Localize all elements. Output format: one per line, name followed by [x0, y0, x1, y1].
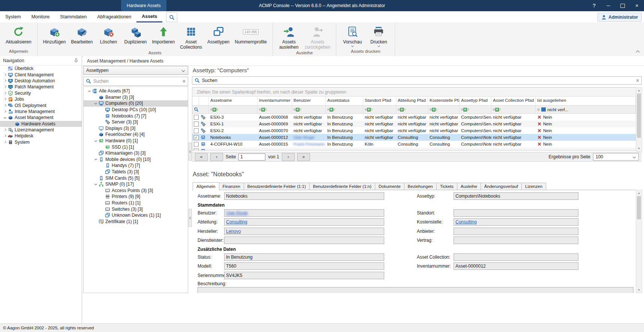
table-row-esxi-2[interactable]: ESXi-2Asset-0000070nicht verfügbarIn Ben… — [192, 127, 636, 134]
assettype-item-beamer[interactable]: Beamer (3) [3] — [84, 94, 188, 101]
pin-icon[interactable] — [73, 58, 79, 63]
field-anbieter[interactable] — [454, 228, 578, 235]
chevron-right-icon[interactable] — [3, 85, 7, 89]
column-header-assettyp-pfad[interactable]: Assettyp Pfad — [460, 97, 491, 105]
menu-item-assets[interactable]: Assets — [136, 11, 162, 22]
detail-scrollbar[interactable]: ▲ ▼ — [636, 190, 642, 293]
scroll-thumb[interactable] — [637, 94, 641, 138]
table-row-esxi-3[interactable]: ESXi-3Asset-0000068nicht verfügbarIn Ben… — [192, 114, 636, 121]
sidebar-item-security[interactable]: Security — [0, 90, 82, 96]
ribbon-button-vorschau[interactable]: Vorschau — [339, 24, 365, 48]
assettype-item-feuerlöscher[interactable]: Feuerlöscher (4) [4] — [84, 131, 188, 138]
assettype-item-tablets[interactable]: Tablets (3) [3] — [84, 169, 188, 175]
ribbon-button-assettypen[interactable]: Assettypen — [205, 24, 232, 45]
ribbon-button-duplizieren[interactable]: Duplizieren — [121, 24, 149, 45]
field-status[interactable]: In Benutzung — [224, 253, 384, 261]
minimize-button[interactable] — [601, 0, 616, 11]
field-standort[interactable] — [454, 209, 578, 217]
assettype-item-handys[interactable]: Handys (7) [7] — [84, 162, 188, 169]
table-search-input[interactable]: Suchen × — [192, 76, 642, 85]
menu-item-abfrageaktionen[interactable]: Abfrageaktionen — [92, 11, 136, 22]
ribbon-button-bearbeiten[interactable]: Bearbeiten — [68, 24, 95, 45]
table-scrollbar[interactable]: ▲ ▼ — [636, 87, 642, 152]
sidebar-item-hardware-assets[interactable]: Hardware Assets — [0, 121, 82, 127]
prev-page-button[interactable]: ‹ — [210, 153, 223, 161]
row-checkbox[interactable] — [194, 122, 199, 127]
filter-cell-assetname[interactable]: aBc — [209, 106, 258, 113]
ribbon-button-assets-ausleihen[interactable]: Assets ausleihen — [276, 24, 302, 51]
assettype-item-displays[interactable]: Displays (3) [3] — [84, 125, 188, 132]
sidebar-item-desktop-automation[interactable]: Desktop Automation — [0, 78, 82, 84]
column-header-standort-pfad[interactable]: Standort Pfad — [363, 97, 396, 105]
ribbon-button-drucken[interactable]: Drucken — [365, 24, 392, 48]
table-row-4-coffuh-w10[interactable]: 4-COFFUH-W10Asset-0000015Frank FinnmannI… — [192, 141, 636, 147]
chevron-right-icon[interactable] — [3, 97, 7, 101]
sidebar-item-überblick[interactable]: Überblick — [0, 66, 82, 71]
ribbon-button-nummernprofile[interactable]: 123 456Nummernprofile — [232, 24, 269, 45]
field-assettyp[interactable]: Computers\Notebooks — [454, 192, 578, 200]
scroll-down-icon[interactable]: ▼ — [636, 287, 642, 293]
chevron-down-icon[interactable] — [94, 157, 98, 161]
chevron-right-icon[interactable] — [3, 109, 7, 113]
assettype-item-desktop-pcs[interactable]: Desktop PCs (10) [10] — [84, 107, 188, 113]
chevron-right-icon[interactable] — [3, 140, 7, 144]
filter-cell-asset-collection-pfad[interactable]: aBc — [491, 106, 536, 113]
filter-cell-standort-pfad[interactable]: aBc — [363, 106, 396, 113]
assettype-item-klimaanlagen[interactable]: Klimaanlagen (3) [3] — [84, 150, 188, 156]
table-row-notebooks[interactable]: ✓NotebooksAsset-0000012Uwe KlugeIn Benut… — [192, 134, 636, 141]
help-button[interactable]: ? — [587, 0, 601, 11]
chevron-down-icon[interactable] — [87, 89, 91, 93]
column-header-inventarnummer[interactable]: Inventarnummer — [258, 97, 292, 105]
sidebar-item-lizenzmanagement[interactable]: Lizenzmanagement — [0, 127, 82, 133]
chevron-right-icon[interactable] — [3, 128, 7, 132]
assettype-item-snmp[interactable]: SNMP (0) [17] — [84, 181, 188, 188]
ribbon-collapse-chevron-icon[interactable] — [636, 50, 640, 54]
column-header-asset-collection-pfad[interactable]: Asset Collection Pfad — [491, 97, 536, 105]
ribbon-button-hinzufügen[interactable]: Hinzufügen — [40, 24, 69, 45]
field-modell[interactable]: T560 — [224, 262, 384, 270]
assettype-item-server[interactable]: Server (3) [3] — [84, 119, 188, 125]
field-benutzer[interactable]: Uwe Kluge — [224, 209, 384, 217]
per-page-select[interactable]: 100 — [593, 153, 639, 161]
assettypen-dropdown[interactable]: Assettypen — [83, 66, 188, 75]
scroll-up-icon[interactable]: ▲ — [636, 190, 642, 196]
field-hersteller[interactable]: Lenovo — [224, 228, 384, 235]
user-chip[interactable]: Administrator — [598, 13, 642, 22]
column-header-benutzer[interactable]: Benutzer — [292, 97, 326, 105]
tab-lizenzen[interactable]: Lizenzen — [522, 183, 546, 190]
sidebar-item-system[interactable]: System — [0, 139, 82, 145]
tab-änderungsverlauf[interactable]: Änderungsverlauf — [481, 183, 522, 190]
column-header-abteilung-pfad[interactable]: Abteilung Pfad — [396, 97, 428, 105]
menu-item-monitore[interactable]: Monitore — [26, 11, 55, 22]
row-checkbox[interactable]: ✓ — [194, 135, 199, 140]
clear-search-icon[interactable]: × — [183, 78, 186, 84]
titlebar-tab-hardware-assets[interactable]: Hardware Assets — [121, 0, 166, 11]
row-checkbox[interactable] — [194, 128, 199, 133]
field-assetname[interactable]: Notebooks — [224, 192, 384, 200]
filter-cell-kostenstelle-pfad[interactable]: aBc — [428, 106, 460, 113]
column-header-kostenstelle-pfad[interactable]: Kostenstelle Pfad — [428, 97, 460, 105]
panel-splitter[interactable] — [188, 66, 192, 293]
filter-cell-benutzer[interactable]: aBc — [292, 106, 326, 113]
tab-benutzerdefinierte-felder-1-1[interactable]: Benutzerdefinierte Felder (1:1) — [244, 183, 310, 190]
scroll-down-icon[interactable]: ▼ — [636, 146, 642, 151]
menu-item-system[interactable]: System — [0, 11, 26, 22]
menu-search-button[interactable] — [166, 12, 177, 22]
assettype-item-notebooks[interactable]: Notebooks (7) [7] — [84, 113, 188, 119]
assettype-item-mobile-devices[interactable]: Mobile devices (0) [10] — [84, 156, 188, 163]
sidebar-item-intune-management[interactable]: Intune Management — [0, 109, 82, 115]
sidebar-item-patch-management[interactable]: Patch Management — [0, 84, 82, 90]
maximize-button[interactable] — [616, 0, 630, 11]
next-page-button[interactable]: › — [282, 153, 295, 161]
sidebar-item-asset-management[interactable]: Asset Management — [0, 115, 82, 121]
column-header-ist-ausgeliehen[interactable]: Ist ausgeliehen — [536, 97, 636, 105]
field-beschreibung[interactable] — [198, 287, 634, 293]
assettype-item-sim-cards[interactable]: SIM Cards (5) [5] — [84, 175, 188, 181]
chevron-right-icon[interactable] — [3, 91, 7, 95]
tab-benutzerdefinierte-felder-1-n[interactable]: Benutzerdefinierte Felder (1:n) — [310, 183, 375, 190]
ribbon-button-aktualisieren[interactable]: Aktualisieren — [3, 24, 34, 45]
ribbon-button-importieren[interactable]: Importieren — [150, 24, 178, 45]
filter-cell-assettyp-pfad[interactable]: aBc — [460, 106, 491, 113]
field-seriennummer[interactable]: SV4JK5 — [224, 272, 384, 279]
tab-allgemein[interactable]: Allgemein — [193, 182, 219, 190]
